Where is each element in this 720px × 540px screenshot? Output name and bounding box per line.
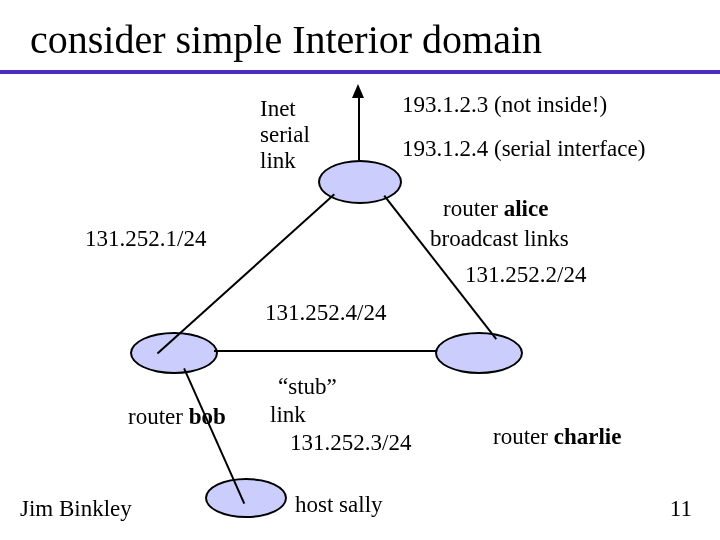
broadcast-links-label: broadcast links <box>430 226 569 252</box>
left-subnet-label: 131.252.1/24 <box>85 226 206 252</box>
bottom-subnet-label: 131.252.4/24 <box>265 300 386 326</box>
serial-link-arrow-shaft <box>358 90 360 160</box>
title-underline <box>0 70 720 74</box>
inet-label-line2: serial <box>260 122 310 148</box>
inet-label-line3: link <box>260 148 296 174</box>
right-subnet-label: 131.252.2/24 <box>465 262 586 288</box>
host-sally-label: host sally <box>295 492 383 518</box>
stub-label-line1: “stub” <box>278 374 337 400</box>
page-title: consider simple Interior domain <box>30 18 542 62</box>
inet-label-line1: Inet <box>260 96 296 122</box>
alice-ip-outside: 193.1.2.3 (not inside!) <box>402 92 607 118</box>
router-bob-label: router bob <box>105 378 226 456</box>
node-sally-oval <box>205 478 287 518</box>
page-number: 11 <box>670 496 692 522</box>
router-charlie-label: router charlie <box>470 398 621 476</box>
stub-label-line2: link <box>270 402 306 428</box>
alice-ip-serial: 193.1.2.4 (serial interface) <box>402 136 645 162</box>
link-bob-charlie <box>214 350 436 352</box>
stub-subnet-label: 131.252.3/24 <box>290 430 411 456</box>
node-charlie-oval <box>435 332 523 374</box>
link-alice-bob <box>157 194 335 355</box>
serial-link-arrow-head <box>352 84 364 98</box>
author-name: Jim Binkley <box>20 496 132 522</box>
